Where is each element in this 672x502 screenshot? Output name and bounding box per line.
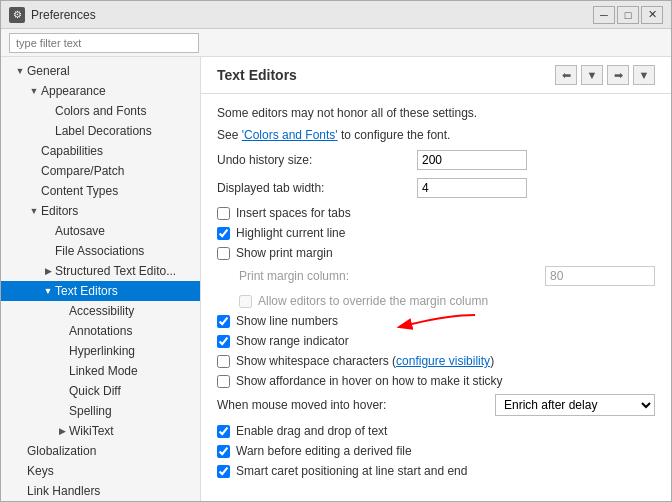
spacer-file-assoc	[41, 244, 55, 258]
enable-drag-drop-checkbox[interactable]	[217, 425, 230, 438]
nav-dropdown[interactable]: ▼	[581, 65, 603, 85]
sidebar-item-capabilities[interactable]: Capabilities	[1, 141, 200, 161]
expand-icon-general: ▼	[13, 64, 27, 78]
search-input[interactable]	[9, 33, 199, 53]
enable-drag-drop-row: Enable drag and drop of text	[217, 424, 655, 438]
sidebar-label-autosave: Autosave	[55, 224, 105, 238]
sidebar-item-linked-mode[interactable]: Linked Mode	[1, 361, 200, 381]
sidebar-item-file-associations[interactable]: File Associations	[1, 241, 200, 261]
warn-derived-checkbox[interactable]	[217, 445, 230, 458]
main-panel: Text Editors ⬅ ▼ ➡ ▼ Some editors may no…	[201, 57, 671, 501]
expand-icon-wikitext: ▶	[55, 424, 69, 438]
show-print-margin-checkbox[interactable]	[217, 247, 230, 260]
insert-spaces-row: Insert spaces for tabs	[217, 206, 655, 220]
show-affordance-checkbox[interactable]	[217, 375, 230, 388]
spacer-annotations	[55, 324, 69, 338]
sidebar-item-content-types[interactable]: Content Types	[1, 181, 200, 201]
sidebar-item-accessibility[interactable]: Accessibility	[1, 301, 200, 321]
show-range-indicator-label: Show range indicator	[236, 334, 349, 348]
spacer-hyperlinking	[55, 344, 69, 358]
sidebar-item-editors[interactable]: ▼ Editors	[1, 201, 200, 221]
configure-visibility-link[interactable]: configure visibility	[396, 354, 490, 368]
sidebar-label-quick-diff: Quick Diff	[69, 384, 121, 398]
sidebar-label-label-decorations: Label Decorations	[55, 124, 152, 138]
sidebar-item-keys[interactable]: Keys	[1, 461, 200, 481]
spacer-colors-fonts	[41, 104, 55, 118]
tab-width-label: Displayed tab width:	[217, 181, 417, 195]
tab-width-input[interactable]	[417, 178, 527, 198]
sidebar-item-spelling[interactable]: Spelling	[1, 401, 200, 421]
show-whitespace-row: Show whitespace characters (configure vi…	[217, 354, 655, 368]
sidebar-item-structured-text[interactable]: ▶ Structured Text Edito...	[1, 261, 200, 281]
sidebar-label-globalization: Globalization	[27, 444, 96, 458]
allow-override-checkbox[interactable]	[239, 295, 252, 308]
print-margin-col-label: Print margin column:	[239, 269, 439, 283]
nav-dropdown2[interactable]: ▼	[633, 65, 655, 85]
info-line1: Some editors may not honor all of these …	[217, 106, 655, 120]
sidebar-label-content-types: Content Types	[41, 184, 118, 198]
sidebar-label-link-handlers: Link Handlers	[27, 484, 100, 498]
sidebar-label-linked-mode: Linked Mode	[69, 364, 138, 378]
sidebar-item-quick-diff[interactable]: Quick Diff	[1, 381, 200, 401]
toolbar	[1, 29, 671, 57]
info-suffix: to configure the font.	[338, 128, 451, 142]
spacer-linked-mode	[55, 364, 69, 378]
warn-derived-row: Warn before editing a derived file	[217, 444, 655, 458]
show-line-numbers-checkbox[interactable]	[217, 315, 230, 328]
info-prefix: See	[217, 128, 242, 142]
maximize-button[interactable]: □	[617, 6, 639, 24]
insert-spaces-checkbox[interactable]	[217, 207, 230, 220]
sidebar-label-compare-patch: Compare/Patch	[41, 164, 124, 178]
preferences-window: Preferences ─ □ ✕ ▼ General ▼ Appearance	[0, 0, 672, 502]
title-controls: ─ □ ✕	[593, 6, 663, 24]
sidebar-label-general: General	[27, 64, 70, 78]
spacer-label-deco	[41, 124, 55, 138]
sidebar-label-file-associations: File Associations	[55, 244, 144, 258]
sidebar-label-annotations: Annotations	[69, 324, 132, 338]
sidebar-item-wikitext[interactable]: ▶ WikiText	[1, 421, 200, 441]
show-whitespace-checkbox[interactable]	[217, 355, 230, 368]
sidebar-item-autosave[interactable]: Autosave	[1, 221, 200, 241]
undo-history-input[interactable]	[417, 150, 527, 170]
content-area: ▼ General ▼ Appearance Colors and Fonts	[1, 57, 671, 501]
hover-label: When mouse moved into hover:	[217, 398, 386, 412]
sidebar-label-capabilities: Capabilities	[41, 144, 103, 158]
show-print-margin-label: Show print margin	[236, 246, 333, 260]
back-button[interactable]: ⬅	[555, 65, 577, 85]
colors-fonts-link[interactable]: 'Colors and Fonts'	[242, 128, 338, 142]
sidebar-item-hyperlinking[interactable]: Hyperlinking	[1, 341, 200, 361]
minimize-button[interactable]: ─	[593, 6, 615, 24]
insert-spaces-label: Insert spaces for tabs	[236, 206, 351, 220]
sidebar-item-appearance[interactable]: ▼ Appearance	[1, 81, 200, 101]
sidebar-item-compare-patch[interactable]: Compare/Patch	[1, 161, 200, 181]
sidebar-item-colors-fonts[interactable]: Colors and Fonts	[1, 101, 200, 121]
sidebar-label-text-editors: Text Editors	[55, 284, 118, 298]
sidebar-item-label-decorations[interactable]: Label Decorations	[1, 121, 200, 141]
spacer-capabilities	[27, 144, 41, 158]
title-bar: Preferences ─ □ ✕	[1, 1, 671, 29]
info-line2: See 'Colors and Fonts' to configure the …	[217, 128, 655, 142]
spacer-accessibility	[55, 304, 69, 318]
sidebar-label-accessibility: Accessibility	[69, 304, 134, 318]
tab-width-row: Displayed tab width:	[217, 178, 655, 198]
forward-button[interactable]: ➡	[607, 65, 629, 85]
sidebar-label-spelling: Spelling	[69, 404, 112, 418]
show-whitespace-label: Show whitespace characters (configure vi…	[236, 354, 494, 368]
sidebar-item-annotations[interactable]: Annotations	[1, 321, 200, 341]
show-range-indicator-checkbox[interactable]	[217, 335, 230, 348]
red-arrow-annotation	[397, 310, 477, 338]
nav-buttons: ⬅ ▼ ➡ ▼	[555, 65, 655, 85]
expand-icon-appearance: ▼	[27, 84, 41, 98]
print-margin-col-input[interactable]	[545, 266, 655, 286]
spacer-compare	[27, 164, 41, 178]
sidebar-item-link-handlers[interactable]: Link Handlers	[1, 481, 200, 501]
sidebar-item-text-editors[interactable]: ▼ Text Editors	[1, 281, 200, 301]
smart-caret-checkbox[interactable]	[217, 465, 230, 478]
sidebar-item-globalization[interactable]: Globalization	[1, 441, 200, 461]
show-line-numbers-label: Show line numbers	[236, 314, 338, 328]
close-button[interactable]: ✕	[641, 6, 663, 24]
spacer-autosave	[41, 224, 55, 238]
hover-select[interactable]: Enrich after delay Enrich immediately Ne…	[495, 394, 655, 416]
sidebar-item-general[interactable]: ▼ General	[1, 61, 200, 81]
highlight-line-checkbox[interactable]	[217, 227, 230, 240]
